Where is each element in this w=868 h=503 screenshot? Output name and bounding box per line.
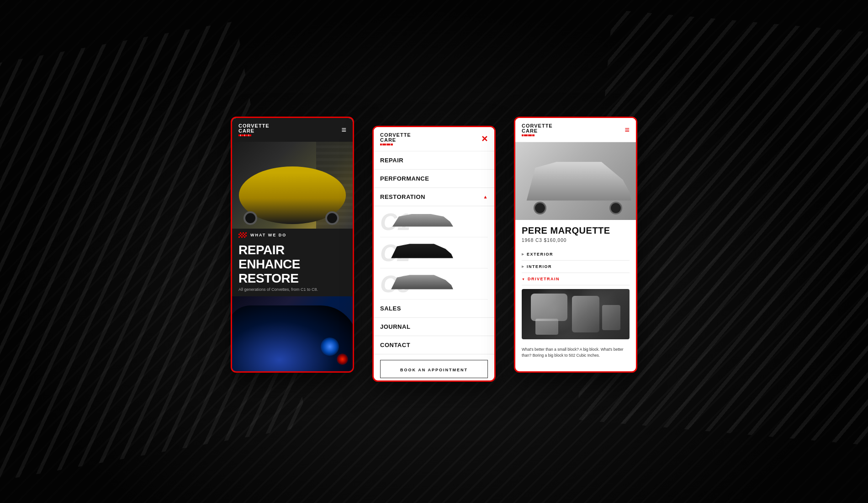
phone3-engine-image [522, 289, 630, 339]
phone2-brand-bottom: CARE [380, 138, 411, 143]
phone-mockup-home: CORVETTE CARE ≡ WHAT WE DO REPAIR ENHANC… [231, 117, 354, 373]
phone1-section-label: WHAT WE DO [250, 233, 286, 237]
phone3-logo: CORVETTE CARE [522, 123, 553, 136]
engine-part-3 [535, 319, 558, 335]
phone1-tagline: REPAIR ENHANCE RESTORE [238, 243, 346, 285]
phone3-car-meta: 1968 C3 $160,000 [522, 238, 630, 243]
phone3-hero-image [515, 142, 636, 220]
phone1-brand-bottom: CARE [238, 128, 270, 134]
wheel-rear [325, 211, 339, 225]
nav-label-journal: JOURNAL [380, 323, 410, 330]
exterior-arrow-icon: ▶ [522, 252, 524, 256]
phone3-sections: ▶ EXTERIOR ▶ INTERiOR ▼ DRIVETRAIN [515, 248, 636, 285]
phone3-car-name: PERE MARQUETTE [522, 225, 630, 236]
section-exterior[interactable]: ▶ EXTERIOR [522, 248, 630, 261]
section-interior[interactable]: ▶ INTERiOR [522, 261, 630, 273]
book-appointment-label: BOOK AN APPOINTMENT [400, 368, 468, 372]
phone3-header: CORVETTE CARE ≡ [515, 118, 636, 142]
phone1-bottom-image [232, 296, 353, 373]
section-label-drivetrain: DRIVETRAIN [528, 277, 560, 281]
engine-highlight-2 [572, 296, 599, 332]
interior-arrow-icon: ▶ [522, 265, 524, 268]
phone-mockup-detail: CORVETTE CARE ≡ PERE MARQUETTE 1968 C3 $… [514, 117, 637, 373]
nav-item-contact[interactable]: CONTACT [374, 336, 494, 354]
phone2-bottom-nav: SALES JOURNAL CONTACT [374, 300, 494, 354]
phone3-brand-bottom: CARE [522, 128, 553, 134]
book-appointment-button[interactable]: BOOK AN APPOINTMENT [380, 360, 488, 378]
phone1-section-bar: WHAT WE DO [232, 229, 353, 241]
car-item-c1[interactable]: C1 [380, 206, 488, 237]
phone1-subtitle: All generations of Corvettes, from C1 to… [238, 287, 346, 292]
phone1-hero-text: REPAIR ENHANCE RESTORE All generations o… [232, 241, 353, 296]
nav-label-contact: CONTACT [380, 342, 410, 348]
engine-part-4 [602, 305, 620, 330]
restoration-arrow-icon: ▲ [483, 194, 488, 199]
engine-highlight-1 [531, 294, 567, 321]
phone2-header: CORVETTE CARE ✕ [374, 127, 494, 151]
nav-label-repair: REPAIR [380, 157, 403, 164]
section-drivetrain[interactable]: ▼ DRIVETRAIN [522, 273, 630, 285]
section-label-interior: INTERiOR [527, 264, 552, 269]
phone1-logo: CORVETTE CARE [238, 123, 270, 136]
nav-item-journal[interactable]: JOURNAL [374, 318, 494, 336]
p3-wheel-front [534, 202, 546, 214]
checkered-flag-icon [238, 232, 247, 238]
nav-item-performance[interactable]: PERFORMANCE [374, 170, 494, 188]
nav-item-sales[interactable]: SALES [374, 300, 494, 318]
phone2-logo-stripe [380, 144, 393, 145]
car-item-c3[interactable]: C3 [380, 268, 488, 300]
phone1-logo-stripe [238, 134, 251, 136]
phone-mockup-nav: CORVETTE CARE ✕ REPAIR PERFORMANCE RESTO… [372, 126, 496, 382]
main-content: CORVETTE CARE ≡ WHAT WE DO REPAIR ENHANC… [0, 0, 868, 503]
phone3-desc-text: What's better than a small block? A big … [522, 347, 630, 359]
phone3-car-info: PERE MARQUETTE 1968 C3 $160,000 [515, 220, 636, 248]
phone2-close-icon[interactable]: ✕ [481, 134, 488, 144]
section-label-exterior: EXTERIOR [527, 252, 553, 257]
phone3-menu-icon[interactable]: ≡ [625, 125, 630, 135]
wheel-front [243, 211, 257, 225]
phone1-header: CORVETTE CARE ≡ [232, 118, 353, 142]
nav-item-restoration[interactable]: RESTORATION ▲ [374, 188, 494, 206]
nav-label-sales: SALES [380, 305, 401, 312]
drivetrain-arrow-icon: ▼ [522, 278, 525, 281]
phone2-nav: REPAIR PERFORMANCE RESTORATION ▲ [374, 151, 494, 206]
p3-wheel-rear [609, 202, 622, 214]
nav-label-performance: PERFORMANCE [380, 175, 429, 182]
phone1-hero-image [232, 142, 353, 229]
nav-label-restoration: RESTORATION [380, 193, 425, 200]
phone2-logo: CORVETTE CARE [380, 133, 411, 145]
phone3-description: What's better than a small block? A big … [515, 343, 636, 362]
car-item-c2[interactable]: C2 [380, 237, 488, 268]
phone1-menu-icon[interactable]: ≡ [341, 125, 346, 135]
phone2-restoration-sub: C1 C2 C3 [374, 206, 494, 300]
phone3-logo-stripe [522, 134, 535, 136]
nav-item-repair[interactable]: REPAIR [374, 151, 494, 170]
